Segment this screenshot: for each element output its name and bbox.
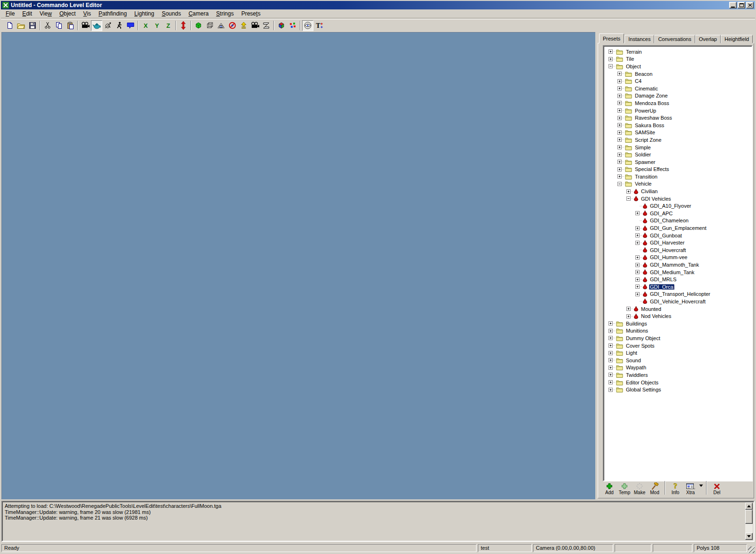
tree-toggle-minus[interactable] [626, 196, 631, 201]
tree-item-label[interactable]: GDI_Humm-vee [649, 254, 688, 260]
tree-toggle-plus[interactable] [608, 373, 613, 377]
menu-sounds[interactable]: Sounds [158, 9, 185, 18]
tree-toggle-plus[interactable] [635, 292, 640, 296]
tab-overlap[interactable]: Overlap [695, 35, 721, 43]
tree-item-label[interactable]: Civilian [640, 188, 658, 194]
tree-toggle-plus[interactable] [635, 277, 640, 282]
tab-presets[interactable]: Presets [599, 33, 624, 43]
tree-item-label[interactable]: GDI_APC [649, 211, 674, 216]
tree-toggle-plus[interactable] [635, 285, 640, 289]
viewport-3d[interactable] [1, 32, 595, 499]
tree-item-label[interactable]: Buildings [625, 321, 648, 326]
tree-toggle-plus[interactable] [635, 255, 640, 260]
circled-eye-button[interactable] [302, 20, 313, 31]
tree-item-label[interactable]: Dummy Object [625, 335, 661, 341]
cut-scissors-button[interactable] [42, 20, 53, 31]
tree-toggle-plus[interactable] [626, 307, 631, 311]
paste-button[interactable] [65, 20, 76, 31]
tree-toggle-plus[interactable] [617, 167, 622, 171]
tree-toggle-plus[interactable] [617, 72, 622, 76]
tree-toggle-plus[interactable] [617, 174, 622, 179]
no-entry-button[interactable] [227, 20, 238, 31]
del-button[interactable]: Del [709, 481, 724, 495]
info-button[interactable]: ?Info [668, 481, 683, 495]
tree-item-label[interactable]: Terrain [625, 49, 643, 55]
menu-pathfinding[interactable]: Pathfinding [95, 9, 131, 18]
tree-toggle-plus[interactable] [626, 189, 631, 194]
tree-item-label[interactable]: Raveshaw Boss [634, 115, 673, 121]
tree-toggle-plus[interactable] [635, 263, 640, 267]
tree-item-label[interactable]: Vehicle [634, 181, 652, 187]
tree-toggle-plus[interactable] [617, 160, 622, 164]
minimize-button[interactable] [729, 2, 737, 8]
tree-item-label[interactable]: GDI_Medium_Tank [649, 269, 695, 275]
ruler-zshape-button[interactable] [261, 20, 272, 31]
y-axis-button[interactable]: Y [151, 20, 163, 31]
movie-camera-button[interactable] [80, 20, 91, 31]
tree-item-label[interactable]: GDI Vehicles [640, 196, 672, 202]
tree-toggle-plus[interactable] [617, 145, 622, 149]
tree-toggle-plus[interactable] [635, 226, 640, 230]
tree-item-label[interactable]: Light [625, 350, 638, 356]
tree-toggle-plus[interactable] [635, 241, 640, 245]
tree-toggle-plus[interactable] [608, 358, 613, 362]
camera-path-button[interactable] [249, 20, 261, 31]
tree-item-label[interactable]: Mendoza Boss [634, 100, 670, 106]
tree-item-label[interactable]: SAMSite [634, 130, 656, 135]
tree-toggle-plus[interactable] [635, 270, 640, 274]
tree-item-label[interactable]: GDI_MRLS [649, 277, 677, 282]
tree-item-label[interactable]: C4 [634, 78, 642, 84]
wire-cube-button[interactable] [204, 20, 215, 31]
tree-toggle-plus[interactable] [608, 49, 613, 54]
tree-item-label[interactable]: GDI_Hovercraft [649, 247, 687, 253]
tree-item-label[interactable]: Transition [634, 174, 658, 179]
tree-item-label[interactable]: GDI_Orca [649, 284, 674, 290]
tree-item-label[interactable]: Sakura Boss [634, 122, 665, 128]
tree-toggle-plus[interactable] [617, 79, 622, 83]
tree-item-label[interactable]: Object [625, 64, 642, 69]
tab-heightfield[interactable]: Heightfield [721, 35, 753, 43]
menu-view[interactable]: View [36, 9, 56, 18]
maximize-button[interactable] [738, 2, 745, 8]
close-button[interactable] [746, 2, 754, 8]
make-button[interactable]: Make [632, 481, 647, 495]
menu-file[interactable]: File [2, 9, 18, 18]
tree-item-label[interactable]: GDI_Chameleon [649, 218, 690, 223]
menu-vis[interactable]: Vis [80, 9, 95, 18]
scroll-thumb[interactable] [745, 510, 753, 524]
z-axis-button[interactable]: Z [163, 20, 174, 31]
presets-tree[interactable]: TerrainTileObjectBeaconC4CinematicDamage… [603, 45, 753, 481]
tree-item-label[interactable]: Waypath [625, 365, 647, 370]
tree-toggle-plus[interactable] [617, 123, 622, 127]
tree-item-label[interactable]: Special Effects [634, 166, 670, 172]
tree-item-label[interactable]: Tile [625, 56, 635, 62]
tree-toggle-plus[interactable] [608, 388, 613, 392]
tree-item-label[interactable]: Spawner [634, 159, 656, 165]
tree-item-label[interactable]: GDI_Vehicle_Hovercraft [649, 299, 707, 304]
tree-toggle-plus[interactable] [608, 321, 613, 326]
tree-toggle-plus[interactable] [608, 351, 613, 355]
solid-cube-button[interactable] [193, 20, 204, 31]
add-button[interactable]: Add [602, 481, 617, 495]
tree-item-label[interactable]: GDI_Harvester [649, 240, 685, 245]
tree-item-label[interactable]: GDI_A10_Flyover [649, 203, 692, 209]
tree-item-label[interactable]: Twiddlers [625, 372, 649, 378]
tree-toggle-minus[interactable] [617, 182, 622, 186]
scroll-down-button[interactable] [745, 533, 753, 540]
menu-lighting[interactable]: Lighting [131, 9, 158, 18]
orbit-axis-button[interactable] [102, 20, 114, 31]
walk-figure-button[interactable] [114, 20, 125, 31]
tree-item-label[interactable]: Soldier [634, 152, 652, 157]
tree-toggle-plus[interactable] [608, 57, 613, 61]
tree-toggle-plus[interactable] [617, 86, 622, 90]
menu-edit[interactable]: Edit [18, 9, 36, 18]
tree-toggle-plus[interactable] [608, 366, 613, 370]
teapot-render-button[interactable] [91, 20, 102, 31]
tree-item-label[interactable]: Cover Spots [625, 343, 656, 349]
tree-toggle-minus[interactable] [608, 64, 613, 68]
tree-toggle-plus[interactable] [635, 211, 640, 215]
menu-camera[interactable]: Camera [185, 9, 213, 18]
text-scale-button[interactable]: T [313, 20, 325, 31]
tree-toggle-plus[interactable] [617, 153, 622, 157]
tree-item-label[interactable]: Damage Zone [634, 93, 669, 98]
